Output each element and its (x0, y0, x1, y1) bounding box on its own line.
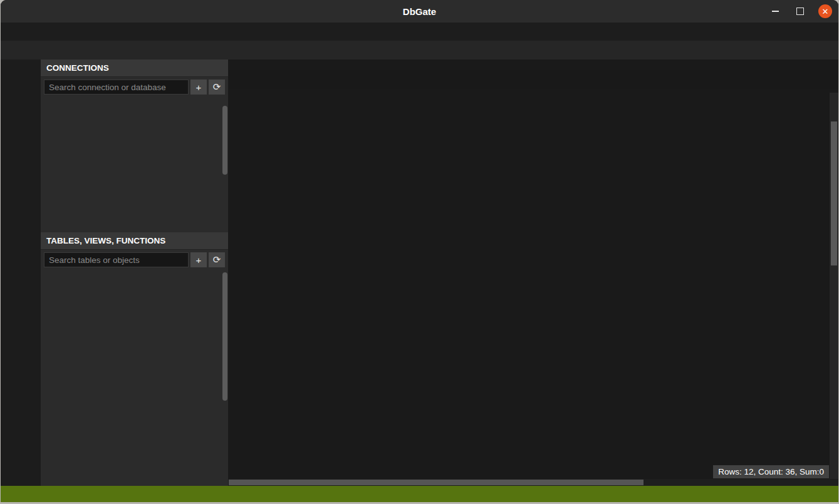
connections-title: CONNECTIONS (41, 59, 228, 77)
connections-scrollbar[interactable] (222, 106, 227, 175)
side-panel: CONNECTIONS + ⟳ TABLES, VIEWS, FUNCTIONS… (41, 59, 229, 486)
tables-add-button[interactable]: + (190, 252, 207, 267)
minimize-button[interactable] (768, 4, 782, 18)
tables-scrollbar[interactable] (222, 272, 227, 401)
horizontal-scrollbar[interactable] (229, 479, 838, 486)
app-window: DbGate ✕ CONNECTIONS + ⟳ TABLES, VIEWS, … (1, 0, 838, 502)
selection-stats-badge: Rows: 12, Count: 36, Sum:0 (713, 465, 829, 478)
title-bar: DbGate ✕ (1, 0, 838, 23)
connections-refresh-button[interactable]: ⟳ (209, 80, 225, 95)
connections-search-input[interactable] (44, 80, 189, 95)
content-area: Rows: 12, Count: 36, Sum:0 (229, 59, 838, 486)
toolbar (1, 41, 838, 59)
tables-title: TABLES, VIEWS, FUNCTIONS (41, 232, 228, 250)
tab-group-row (229, 59, 838, 70)
icon-rail (1, 59, 41, 486)
vertical-scrollbar[interactable] (830, 93, 838, 479)
tables-list (41, 270, 228, 486)
maximize-button[interactable] (793, 4, 807, 18)
menu-bar (1, 23, 838, 41)
connections-add-button[interactable]: + (190, 80, 207, 95)
tab-strip (229, 70, 838, 89)
connections-list (41, 97, 228, 232)
tables-search-input[interactable] (44, 252, 189, 267)
tables-refresh-button[interactable]: ⟳ (209, 252, 225, 267)
data-grid: Rows: 12, Count: 36, Sum:0 (229, 93, 838, 486)
window-title: DbGate (403, 6, 436, 17)
close-button[interactable]: ✕ (818, 4, 832, 18)
status-bar (1, 486, 838, 502)
